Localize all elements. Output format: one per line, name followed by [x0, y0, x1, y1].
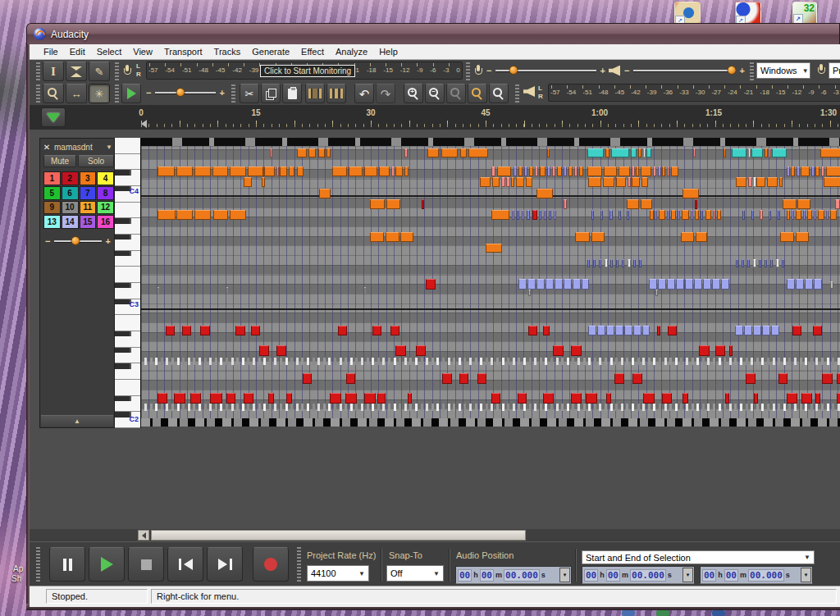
taskbar-icon[interactable]: [622, 610, 635, 616]
menu-item-file[interactable]: File: [38, 45, 64, 58]
selection-start-field[interactable]: 00h00m00.000s▾: [582, 566, 695, 584]
time-digits[interactable]: 00: [702, 569, 716, 582]
time-unit[interactable]: m: [621, 571, 629, 579]
toolbar-grip[interactable]: [750, 62, 754, 80]
channel-button-6[interactable]: 6: [62, 186, 79, 200]
menu-item-tracks[interactable]: Tracks: [208, 45, 247, 58]
zoom-out-button[interactable]: −: [425, 84, 445, 103]
selection-mode-dropdown[interactable]: Start and End of Selection ▼: [582, 550, 815, 564]
time-digits[interactable]: 00: [606, 569, 620, 582]
time-digits[interactable]: 00.000: [748, 569, 784, 582]
time-unit[interactable]: s: [785, 571, 791, 579]
titlebar[interactable]: Audacity: [26, 23, 840, 44]
slider-thumb[interactable]: [71, 236, 80, 245]
channel-button-4[interactable]: 4: [97, 171, 114, 185]
channel-button-15[interactable]: 15: [80, 215, 97, 229]
time-unit[interactable]: h: [599, 571, 605, 579]
collapse-track-button[interactable]: ▲: [41, 415, 113, 427]
toolbar-grip[interactable]: [36, 62, 40, 80]
paste-button[interactable]: [282, 84, 302, 103]
trim-audio-button[interactable]: [305, 84, 325, 103]
time-digits[interactable]: 00: [458, 569, 472, 582]
toolbar-grip[interactable]: [36, 547, 40, 582]
time-digits[interactable]: 00.000: [504, 569, 540, 582]
undo-button[interactable]: ↶: [354, 84, 374, 103]
channel-button-12[interactable]: 12: [97, 201, 114, 215]
note-grid[interactable]: [141, 138, 840, 427]
channel-button-16[interactable]: 16: [97, 215, 114, 229]
fit-selection-button[interactable]: [446, 84, 466, 103]
channel-button-9[interactable]: 9: [43, 201, 61, 215]
slider-thumb[interactable]: [176, 88, 185, 97]
zoom-tool-button[interactable]: [43, 84, 64, 103]
input-volume-slider[interactable]: − +: [474, 61, 605, 80]
zoom-toggle-button[interactable]: [489, 84, 509, 103]
copy-button[interactable]: [261, 84, 281, 103]
solo-button[interactable]: Solo: [78, 155, 114, 167]
menu-item-edit[interactable]: Edit: [64, 45, 91, 58]
multi-tool-button[interactable]: ✳: [89, 84, 110, 103]
time-unit[interactable]: s: [667, 571, 673, 579]
velocity-slider[interactable]: − +: [45, 231, 111, 251]
envelope-tool-button[interactable]: [66, 62, 87, 81]
menu-item-view[interactable]: View: [127, 45, 158, 58]
skip-to-end-button[interactable]: [207, 547, 243, 582]
channel-button-8[interactable]: 8: [97, 186, 114, 200]
piano-key-white[interactable]: [115, 154, 141, 171]
redo-button[interactable]: ↷: [376, 84, 395, 103]
time-unit[interactable]: s: [541, 571, 546, 579]
silence-audio-button[interactable]: [326, 84, 346, 103]
piano-key-white[interactable]: [115, 203, 141, 219]
time-digits[interactable]: 00: [584, 569, 598, 582]
piano-key-white[interactable]: [115, 267, 141, 283]
desktop-shortcut-3[interactable]: 32 ↗: [792, 2, 817, 25]
time-unit[interactable]: h: [717, 571, 724, 579]
slider-track[interactable]: [54, 240, 101, 242]
channel-button-5[interactable]: 5: [43, 186, 61, 200]
channel-button-2[interactable]: 2: [62, 171, 79, 185]
toolbar-grip[interactable]: [466, 62, 470, 80]
track-menu-icon[interactable]: ▼: [106, 144, 112, 151]
channel-button-13[interactable]: 13: [43, 215, 61, 229]
slider-track[interactable]: [495, 70, 596, 71]
slider-thumb[interactable]: [509, 66, 518, 75]
selection-tool-button[interactable]: I: [43, 62, 64, 81]
time-unit[interactable]: h: [472, 571, 479, 579]
channel-button-14[interactable]: 14: [62, 215, 79, 229]
horizontal-scrollbar[interactable]: [30, 529, 840, 541]
toolbar-grip[interactable]: [297, 547, 301, 582]
chevron-down-icon[interactable]: ▾: [801, 568, 811, 582]
chevron-down-icon[interactable]: ▾: [682, 568, 693, 582]
skip-to-start-button[interactable]: [167, 547, 203, 582]
channel-button-1[interactable]: 1: [43, 171, 61, 185]
record-button[interactable]: [253, 547, 289, 582]
playhead-cursor[interactable]: [141, 120, 147, 128]
zoom-in-button[interactable]: +: [404, 84, 423, 103]
selection-end-field[interactable]: 00h00m00.000s▾: [700, 566, 813, 584]
piano-key-white[interactable]: [115, 380, 141, 396]
pause-button[interactable]: [49, 547, 85, 582]
track-name[interactable]: mamasdnt: [54, 143, 103, 152]
fit-project-button[interactable]: [468, 84, 487, 103]
menu-item-effect[interactable]: Effect: [295, 45, 330, 58]
toolbar-grip[interactable]: [115, 84, 119, 103]
slider-track[interactable]: [155, 92, 215, 94]
piano-key-white[interactable]: [115, 315, 141, 331]
playback-speed-slider[interactable]: − +: [146, 83, 225, 103]
snap-to-dropdown[interactable]: Off ▼: [386, 565, 444, 582]
timeline-ruler[interactable]: 01530451:001:151:30: [30, 105, 840, 130]
time-digits[interactable]: 00: [724, 569, 738, 582]
menu-item-analyze[interactable]: Analyze: [330, 45, 373, 58]
scroll-left-button[interactable]: [138, 530, 149, 541]
mute-button[interactable]: Mute: [43, 155, 76, 167]
output-volume-slider[interactable]: − +: [609, 61, 745, 80]
channel-button-10[interactable]: 10: [62, 201, 79, 215]
draw-tool-button[interactable]: ✎: [89, 62, 110, 81]
channel-button-3[interactable]: 3: [80, 171, 97, 185]
close-track-icon[interactable]: ✕: [42, 143, 52, 152]
piano-key-white[interactable]: [115, 138, 141, 154]
toolbar-grip[interactable]: [36, 84, 40, 103]
play-button[interactable]: [89, 547, 125, 582]
toolbar-grip[interactable]: [515, 84, 519, 103]
input-device-dropdown[interactable]: Primary: [829, 62, 840, 79]
